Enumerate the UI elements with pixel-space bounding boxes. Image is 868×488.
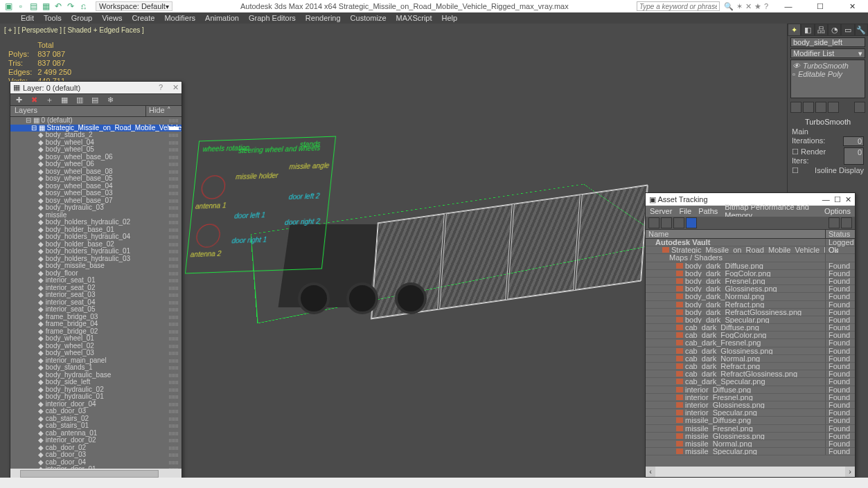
layer-row[interactable]: ◆ body_wheel_04 bbox=[10, 139, 181, 147]
layer-row[interactable]: ◆ body_holders_hydraulic_04 bbox=[10, 233, 181, 241]
asset-row[interactable]: body_dark_Refract.pngFound bbox=[646, 301, 855, 309]
hide-unhide-icon[interactable]: ▤ bbox=[89, 94, 100, 105]
search-icon[interactable]: 🔍 bbox=[724, 2, 734, 11]
delete-layer-icon[interactable]: ✖ bbox=[28, 94, 39, 105]
param-isoline[interactable]: ☐ Isoline Display bbox=[788, 165, 868, 176]
tab-hierarchy-icon[interactable]: 品 bbox=[815, 24, 828, 36]
col-status[interactable]: Status bbox=[826, 230, 855, 238]
layer-row[interactable]: ◆ body_side_left bbox=[10, 379, 181, 386]
asset-row[interactable]: body_dark_Fresnel.pngFound bbox=[646, 278, 855, 285]
layer-row[interactable]: ◆ frame_bridge_02 bbox=[10, 328, 181, 336]
layer-row[interactable]: ◆ bosy_wheel_base_06 bbox=[10, 154, 181, 161]
layer-row[interactable]: ◆ body_hydraulic_base bbox=[10, 372, 181, 379]
tab-display-icon[interactable]: ▭ bbox=[841, 24, 854, 36]
layer-dialog-titlebar[interactable]: ▦Layer: 0 (default) ?✕ bbox=[10, 82, 181, 93]
asset-row[interactable]: cab_dark_FogColor.pngFound bbox=[646, 332, 855, 339]
tab-motion-icon[interactable]: ◔ bbox=[828, 24, 841, 36]
ctrl-antenna2[interactable]: antenna 2 bbox=[190, 250, 222, 259]
asset-row[interactable]: cab_dark_RefractGlossiness.pngFound bbox=[646, 370, 855, 378]
layer-row[interactable]: ◆ interior_seat_03 bbox=[10, 291, 181, 299]
asset-row[interactable]: interior_Specular.pngFound bbox=[646, 409, 855, 417]
menu-rendering[interactable]: Rendering bbox=[305, 14, 341, 22]
asset-row[interactable]: interior_Diffuse.pngFound bbox=[646, 386, 855, 394]
asset-close-icon[interactable]: ✕ bbox=[845, 195, 851, 204]
layer-row[interactable]: ◆ interior_door_04 bbox=[10, 401, 181, 408]
asset-row[interactable]: body_dark_FogColor.pngFound bbox=[646, 270, 855, 278]
favorite-icon[interactable]: ★ bbox=[754, 2, 761, 11]
asset-row[interactable]: body_dark_Diffuse.pngFound bbox=[646, 262, 855, 270]
asset-row[interactable]: Autodesk VaultLogged Ou bbox=[646, 239, 855, 246]
layer-manager-dialog[interactable]: ▦Layer: 0 (default) ?✕ ✚ ✖ ＋ ▦ ▥ ▤ ❄ Lay… bbox=[10, 81, 182, 480]
layer-row[interactable]: ◆ bosy_wheel_base_05 bbox=[10, 175, 181, 183]
tab-utilities-icon[interactable]: 🔧 bbox=[855, 24, 868, 36]
search-input[interactable] bbox=[637, 1, 720, 11]
layer-row[interactable]: ◆ body_hydraulic_03 bbox=[10, 204, 181, 212]
select-objects-icon[interactable]: ▦ bbox=[59, 94, 70, 105]
workspace-selector[interactable]: Workspace: Default ▾ bbox=[96, 1, 172, 11]
ctrl-missile-angle[interactable]: missile angle bbox=[289, 162, 330, 171]
asset-tracking-dialog[interactable]: ▣ Asset Tracking — ☐ ✕ Server File Paths… bbox=[645, 192, 856, 478]
remove-mod-icon[interactable] bbox=[828, 102, 839, 113]
layer-row[interactable]: ◆ frame_bridge_04 bbox=[10, 320, 181, 328]
minimize-button[interactable]: — bbox=[772, 0, 804, 12]
layer-close-icon[interactable]: ✕ bbox=[172, 83, 179, 91]
app-icon[interactable]: ▣ bbox=[3, 1, 14, 12]
layer-row[interactable]: ◆ body_wheel_02 bbox=[10, 343, 181, 350]
layer-row[interactable]: ◆ body_missile_base bbox=[10, 262, 181, 270]
exchange-icon[interactable]: ✕ bbox=[745, 2, 752, 11]
show-end-icon[interactable] bbox=[803, 102, 814, 113]
layer-row[interactable]: ◆ interior_seat_04 bbox=[10, 299, 181, 307]
link-icon[interactable]: ⎌ bbox=[78, 1, 89, 12]
asset-row[interactable]: missile_Diffuse.pngFound bbox=[646, 417, 855, 424]
asset-row[interactable]: cab_dark_Refract.pngFound bbox=[646, 363, 855, 370]
asset-refresh-icon[interactable] bbox=[648, 217, 659, 228]
key-icon[interactable]: ✶ bbox=[736, 2, 743, 11]
col-name[interactable]: Name bbox=[646, 230, 826, 238]
make-unique-icon[interactable] bbox=[815, 102, 826, 113]
menu-edit[interactable]: Edit bbox=[21, 14, 34, 22]
layer-row[interactable]: ◆ cab_door_03 bbox=[10, 451, 181, 459]
open-icon[interactable]: ▤ bbox=[28, 1, 39, 12]
layer-row[interactable]: ◆ body_wheel_01 bbox=[10, 335, 181, 343]
layer-row[interactable]: ◆ body_holders_hydraulic_02 bbox=[10, 219, 181, 226]
layer-row[interactable]: ◆ cab_door_03 bbox=[10, 408, 181, 415]
asset-row[interactable]: cab_dark_Glossiness.pngFound bbox=[646, 347, 855, 355]
menu-customize[interactable]: Customize bbox=[351, 14, 387, 22]
asset-row[interactable]: interior_Fresnel.pngFound bbox=[646, 394, 855, 401]
layer-row[interactable]: ◆ body_wheel_05 bbox=[10, 146, 181, 154]
col-layers[interactable]: Layers bbox=[10, 106, 146, 116]
asset-row[interactable]: Strategic_Missile_on_Road_Mobile_Vehicle… bbox=[646, 246, 855, 254]
asset-row[interactable]: missile_Normal.pngFound bbox=[646, 440, 855, 448]
ctrl-door-left2[interactable]: door left 2 bbox=[288, 192, 320, 201]
asset-view2-icon[interactable] bbox=[673, 217, 684, 228]
close-button[interactable]: ✕ bbox=[836, 0, 868, 12]
menu-views[interactable]: Views bbox=[102, 14, 122, 22]
layer-row[interactable]: ◆ cab_stairs_01 bbox=[10, 422, 181, 430]
asset-view1-icon[interactable] bbox=[661, 217, 672, 228]
layer-tree[interactable]: ⊟ ▦ 0 (default)⊟ ▦ Strategic_Missile_on_… bbox=[10, 117, 181, 469]
asset-row[interactable]: interior_Glossiness.pngFound bbox=[646, 401, 855, 409]
asset-row[interactable]: body_dark_RefractGlossiness.pngFound bbox=[646, 309, 855, 316]
eye-icon[interactable]: 👁 bbox=[792, 62, 800, 70]
layer-help-icon[interactable]: ? bbox=[159, 83, 163, 91]
expand-icon[interactable]: ▫ bbox=[792, 70, 795, 78]
rollout-turbosmooth[interactable]: TurboSmooth bbox=[788, 118, 868, 126]
ctrl-door-right2[interactable]: door right 2 bbox=[285, 217, 321, 226]
layer-row[interactable]: ◆ body_hydraulic_01 bbox=[10, 393, 181, 401]
asset-menu-options[interactable]: Options bbox=[824, 207, 851, 215]
asset-row[interactable]: missile_Glossiness.pngFound bbox=[646, 433, 855, 440]
configure-icon[interactable] bbox=[854, 102, 865, 113]
asset-menu-paths[interactable]: Paths bbox=[698, 207, 718, 215]
asset-row[interactable]: cab_dark_Specular.pngFound bbox=[646, 378, 855, 386]
layer-row[interactable]: ◆ interior_seat_02 bbox=[10, 284, 181, 292]
asset-status-icon[interactable] bbox=[829, 217, 840, 228]
render-iters-spinner[interactable]: 0 bbox=[844, 147, 864, 165]
pin-stack-icon[interactable] bbox=[790, 102, 801, 113]
undo-icon[interactable]: ↶ bbox=[53, 1, 64, 12]
viewport-label[interactable]: [ + ] [ Perspective ] [ Shaded + Edged F… bbox=[4, 26, 144, 34]
tab-create-icon[interactable]: ✦ bbox=[788, 24, 801, 36]
layer-row[interactable]: ◆ body_floor bbox=[10, 270, 181, 278]
help-icon[interactable]: ? bbox=[764, 2, 768, 11]
select-layer-icon[interactable]: ▥ bbox=[74, 94, 85, 105]
layer-row[interactable]: ◆ body_stands_2 bbox=[10, 132, 181, 139]
